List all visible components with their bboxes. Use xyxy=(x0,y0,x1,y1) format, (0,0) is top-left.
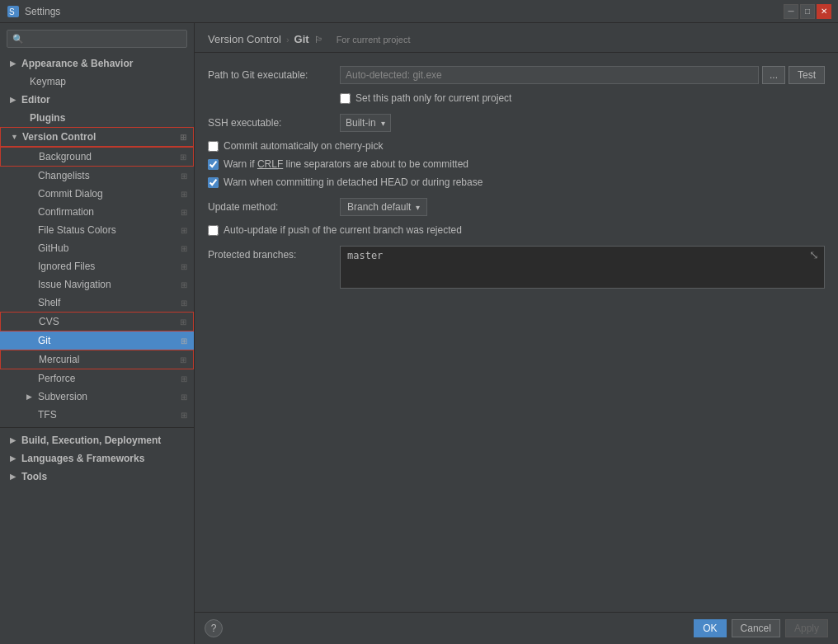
window-title: Settings xyxy=(25,6,784,17)
sidebar-item-keymap[interactable]: Keymap xyxy=(0,73,194,91)
cherry-pick-row: Commit automatically on cherry-pick xyxy=(208,140,825,152)
sidebar-item-appearance[interactable]: ▶ Appearance & Behavior xyxy=(0,54,194,73)
warn-detached-row: Warn when committing in detached HEAD or… xyxy=(208,176,825,188)
sidebar-item-label: Issue Navigation xyxy=(38,279,111,290)
set-path-checkbox[interactable] xyxy=(340,93,351,104)
window-controls: ─ □ ✕ xyxy=(784,4,831,19)
breadcrumb-parent: Version Control xyxy=(208,33,281,45)
sidebar-item-commit-dialog[interactable]: Commit Dialog ⊞ xyxy=(0,185,194,203)
warn-detached-checkbox[interactable] xyxy=(208,177,219,188)
sidebar-item-languages[interactable]: ▶ Languages & Frameworks xyxy=(0,449,194,468)
sidebar-item-label: CVS xyxy=(39,316,59,327)
sidebar-item-label: Git xyxy=(38,335,50,346)
arrow-icon: ▶ xyxy=(10,436,18,444)
sidebar-item-build[interactable]: ▶ Build, Execution, Deployment xyxy=(0,431,194,449)
search-box[interactable]: 🔍 xyxy=(7,30,187,48)
page-icon: ⊞ xyxy=(180,153,186,162)
settings-form: Path to Git executable: ... Test Set thi… xyxy=(195,53,838,612)
dropdown-arrow-icon: ▾ xyxy=(381,119,385,128)
sidebar-item-background[interactable]: Background ⊞ xyxy=(0,147,194,167)
sidebar-item-shelf[interactable]: Shelf ⊞ xyxy=(0,294,194,312)
git-path-browse-button[interactable]: ... xyxy=(762,66,785,84)
crlf-underline: CRLF xyxy=(257,158,283,170)
arrow-icon: ▶ xyxy=(26,393,35,401)
page-icon: ⊞ xyxy=(181,411,187,420)
sidebar-item-label: Commit Dialog xyxy=(38,188,103,200)
sidebar-item-plugins[interactable]: Plugins xyxy=(0,109,194,127)
page-icon: ⊞ xyxy=(180,133,186,142)
sidebar-item-version-control[interactable]: ▼ Version Control ⊞ xyxy=(0,127,194,147)
sidebar-item-tfs[interactable]: TFS ⊞ xyxy=(0,406,194,424)
set-path-label: Set this path only for current project xyxy=(355,92,511,104)
sidebar-item-changelists[interactable]: Changelists ⊞ xyxy=(0,167,194,185)
sidebar-item-git[interactable]: Git ⊞ xyxy=(0,331,194,350)
sidebar-item-label: Tools xyxy=(21,471,47,482)
page-icon: ⊞ xyxy=(181,374,187,383)
app-icon: S xyxy=(7,5,20,18)
help-button[interactable]: ? xyxy=(205,619,223,637)
arrow-icon: ▼ xyxy=(11,133,19,141)
sidebar-item-subversion[interactable]: ▶ Subversion ⊞ xyxy=(0,388,194,406)
sidebar-item-label: Editor xyxy=(21,94,50,106)
arrow-icon: ▶ xyxy=(10,472,18,481)
sidebar-item-label: Subversion xyxy=(38,391,87,402)
sidebar-item-mercurial[interactable]: Mercurial ⊞ xyxy=(0,350,194,369)
auto-update-checkbox[interactable] xyxy=(208,225,219,236)
ssh-dropdown[interactable]: Built-in ▾ xyxy=(340,114,391,132)
warn-crlf-row: Warn if CRLF line separators are about t… xyxy=(208,158,825,170)
page-icon: ⊞ xyxy=(181,190,187,199)
sidebar: 🔍 ▶ Appearance & Behavior Keymap ▶ Edito… xyxy=(0,23,195,644)
sidebar-item-tools[interactable]: ▶ Tools xyxy=(0,468,194,486)
close-button[interactable]: ✕ xyxy=(817,4,831,19)
breadcrumb-separator: › xyxy=(286,35,290,45)
bottom-bar: ? OK Cancel Apply xyxy=(195,612,838,644)
auto-update-row: Auto-update if push of the current branc… xyxy=(208,224,825,236)
ssh-label: SSH executable: xyxy=(208,117,340,129)
sidebar-item-file-status-colors[interactable]: File Status Colors ⊞ xyxy=(0,221,194,239)
maximize-button[interactable]: □ xyxy=(800,4,815,19)
sidebar-item-label: Keymap xyxy=(30,76,66,87)
page-icon: ⊞ xyxy=(181,244,187,253)
cancel-button[interactable]: Cancel xyxy=(732,619,780,637)
sidebar-item-github[interactable]: GitHub ⊞ xyxy=(0,239,194,257)
page-icon: ⊞ xyxy=(181,393,187,402)
page-icon: ⊞ xyxy=(181,226,187,235)
arrow-icon: ▶ xyxy=(10,454,18,463)
breadcrumb: Version Control › Git 🏳 For current proj… xyxy=(195,23,838,53)
bottom-left: ? xyxy=(205,619,223,637)
sidebar-item-confirmation[interactable]: Confirmation ⊞ xyxy=(0,203,194,221)
search-input[interactable] xyxy=(27,33,181,45)
sidebar-item-label: Shelf xyxy=(38,297,60,308)
sidebar-item-editor[interactable]: ▶ Editor xyxy=(0,91,194,109)
sidebar-item-issue-navigation[interactable]: Issue Navigation ⊞ xyxy=(0,275,194,294)
minimize-button[interactable]: ─ xyxy=(784,4,798,19)
page-icon: ⊞ xyxy=(181,336,187,346)
sidebar-item-perforce[interactable]: Perforce ⊞ xyxy=(0,369,194,388)
git-path-input[interactable] xyxy=(340,66,759,84)
arrow-icon: ▶ xyxy=(10,59,18,68)
page-icon: ⊞ xyxy=(180,317,186,327)
update-method-row: Update method: Branch default ▾ xyxy=(208,198,825,216)
cherry-pick-checkbox[interactable] xyxy=(208,141,219,152)
sidebar-item-label: Build, Execution, Deployment xyxy=(21,435,161,446)
protected-branches-label: Protected branches: xyxy=(208,246,340,261)
expand-icon[interactable]: ⤡ xyxy=(804,247,824,263)
protected-branches-input[interactable]: master xyxy=(341,247,804,288)
project-icon: 🏳 xyxy=(314,35,323,45)
sidebar-item-label: Appearance & Behavior xyxy=(21,58,133,69)
ssh-row: SSH executable: Built-in ▾ xyxy=(208,114,825,132)
apply-button[interactable]: Apply xyxy=(785,619,828,637)
git-path-row: Path to Git executable: ... Test xyxy=(208,66,825,84)
page-icon: ⊞ xyxy=(181,298,187,308)
breadcrumb-current: Git xyxy=(294,33,309,45)
breadcrumb-project: For current project xyxy=(337,35,411,45)
sidebar-item-label: Background xyxy=(39,151,92,162)
sidebar-item-ignored-files[interactable]: Ignored Files ⊞ xyxy=(0,257,194,275)
sidebar-item-cvs[interactable]: CVS ⊞ xyxy=(0,312,194,331)
warn-crlf-checkbox[interactable] xyxy=(208,159,219,170)
ok-button[interactable]: OK xyxy=(694,619,726,637)
separator xyxy=(0,427,194,428)
git-test-button[interactable]: Test xyxy=(789,66,825,84)
sidebar-item-label: Mercurial xyxy=(39,354,79,365)
update-method-dropdown[interactable]: Branch default ▾ xyxy=(340,198,427,216)
